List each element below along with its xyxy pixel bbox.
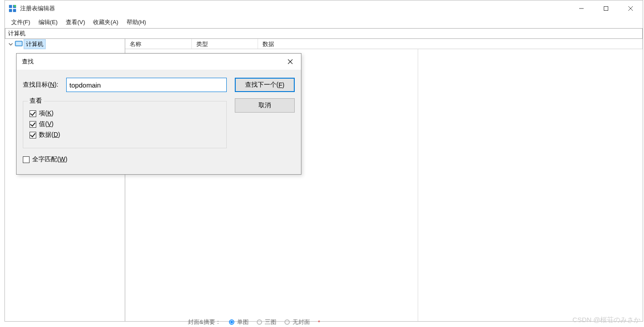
checkbox-key[interactable] xyxy=(30,110,36,117)
svg-point-4 xyxy=(14,5,16,7)
computer-icon xyxy=(15,41,23,48)
menu-help[interactable]: 帮助(H) xyxy=(123,17,150,28)
minimize-button[interactable] xyxy=(569,0,593,17)
close-button[interactable] xyxy=(618,0,643,17)
find-next-button[interactable]: 查找下一个(F) xyxy=(235,78,295,92)
menubar: 文件(F) 编辑(E) 查看(V) 收藏夹(A) 帮助(H) xyxy=(5,17,643,28)
behind-label: 封面&摘要： xyxy=(188,318,221,326)
checkbox-data[interactable] xyxy=(30,132,36,138)
address-bar[interactable]: 计算机 xyxy=(5,28,643,39)
watermark: CSDN @桜荘のみさか xyxy=(572,316,640,324)
list-header: 名称 类型 数据 xyxy=(125,39,643,49)
radio-none-icon xyxy=(284,319,290,325)
column-name[interactable]: 名称 xyxy=(125,39,192,49)
menu-edit[interactable]: 编辑(E) xyxy=(35,17,61,28)
titlebar: 注册表编辑器 xyxy=(5,0,643,17)
required-star: * xyxy=(318,319,320,326)
checkbox-value-label: 值(V) xyxy=(39,120,54,128)
fieldset-legend: 查看 xyxy=(28,97,44,105)
find-dialog: 查找 查找目标(N): 查看 项(K) 值(V) xyxy=(16,53,301,175)
menu-favorites[interactable]: 收藏夹(A) xyxy=(89,17,122,28)
find-target-label: 查找目标(N): xyxy=(23,81,58,89)
svg-rect-10 xyxy=(16,42,22,46)
checkbox-value[interactable] xyxy=(30,121,36,128)
menu-file[interactable]: 文件(F) xyxy=(8,17,34,28)
tree-root-row[interactable]: 计算机 xyxy=(5,40,125,49)
cancel-button[interactable]: 取消 xyxy=(235,98,295,113)
column-data[interactable]: 数据 xyxy=(258,39,643,49)
dialog-close-button[interactable] xyxy=(280,54,301,70)
maximize-button[interactable] xyxy=(593,0,618,17)
menu-view[interactable]: 查看(V) xyxy=(62,17,89,28)
lookat-fieldset: 查看 项(K) 值(V) 数据(D) xyxy=(23,101,227,148)
app-title: 注册表编辑器 xyxy=(20,4,55,13)
tree-root-label[interactable]: 计算机 xyxy=(24,39,46,49)
checkbox-wholeword[interactable] xyxy=(23,156,30,163)
checkbox-wholeword-label: 全字匹配(W) xyxy=(32,155,68,164)
checkbox-data-label: 数据(D) xyxy=(39,131,60,139)
checkbox-key-label: 项(K) xyxy=(39,109,54,117)
dialog-titlebar[interactable]: 查找 xyxy=(17,54,301,70)
svg-rect-2 xyxy=(9,9,12,12)
dialog-title: 查找 xyxy=(22,58,34,66)
radio-single-icon xyxy=(229,319,234,325)
behind-opt2: 三图 xyxy=(265,318,276,326)
registry-icon xyxy=(8,4,17,13)
dialog-body: 查找目标(N): 查看 项(K) 值(V) 数据(D) xyxy=(17,70,301,174)
svg-rect-6 xyxy=(604,7,608,11)
behind-options: 封面&摘要： 单图 三图 无封面 * xyxy=(188,318,320,326)
find-input[interactable] xyxy=(66,78,227,92)
behind-opt1: 单图 xyxy=(237,318,249,326)
radio-triple-icon xyxy=(257,319,262,325)
chevron-down-icon[interactable] xyxy=(8,42,14,46)
svg-rect-0 xyxy=(9,5,12,8)
behind-opt3: 无封面 xyxy=(292,318,310,326)
column-type[interactable]: 类型 xyxy=(192,39,258,49)
svg-rect-3 xyxy=(13,9,16,12)
